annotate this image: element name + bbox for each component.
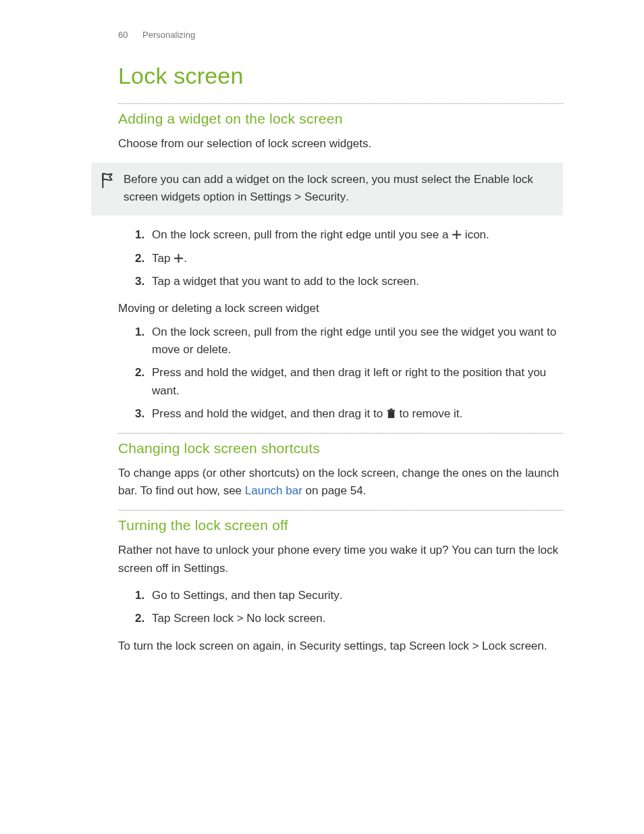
step-item: Tap Screen lock > No lock screen. bbox=[148, 610, 563, 627]
step-item: On the lock screen, pull from the right … bbox=[148, 226, 563, 244]
trash-icon bbox=[386, 409, 396, 419]
section-heading-turning-off: Turning the lock screen off bbox=[118, 515, 563, 537]
section-heading-adding-widget: Adding a widget on the lock screen bbox=[118, 108, 563, 130]
bold-text: Settings bbox=[250, 190, 291, 203]
divider bbox=[118, 103, 563, 104]
step-item: Tap a widget that you want to add to the… bbox=[148, 273, 563, 290]
running-header: 60 Personalizing bbox=[118, 28, 563, 42]
section-heading-changing-shortcuts: Changing lock screen shortcuts bbox=[118, 438, 563, 460]
divider bbox=[118, 510, 563, 511]
chapter-name: Personalizing bbox=[142, 30, 195, 40]
ordered-steps: On the lock screen, pull from the right … bbox=[118, 323, 563, 423]
body-text: To turn the lock screen on again, in Sec… bbox=[118, 637, 563, 655]
body-text: Choose from our selection of lock screen… bbox=[118, 135, 563, 153]
svg-rect-0 bbox=[388, 411, 394, 418]
link-launch-bar[interactable]: Launch bar bbox=[245, 484, 302, 497]
body-text: Rather not have to unlock your phone eve… bbox=[118, 542, 563, 577]
step-item: On the lock screen, pull from the right … bbox=[148, 323, 563, 359]
step-item: Tap . bbox=[148, 250, 563, 267]
subsection-heading: Moving or deleting a lock screen widget bbox=[118, 300, 563, 317]
bold-text: Screen lock bbox=[173, 612, 234, 625]
flag-icon bbox=[101, 171, 124, 194]
step-item: Go to Settings, and then tap Security. bbox=[148, 587, 563, 604]
step-item: Press and hold the widget, and then drag… bbox=[148, 364, 563, 400]
svg-rect-2 bbox=[390, 409, 392, 410]
note-text: Before you can add a widget on the lock … bbox=[124, 171, 549, 207]
ordered-steps: Go to Settings, and then tap Security. T… bbox=[118, 587, 563, 628]
note-callout: Before you can add a widget on the lock … bbox=[91, 163, 563, 216]
bold-text: Security bbox=[304, 190, 346, 203]
bold-text: No lock screen bbox=[246, 612, 322, 625]
page-number: 60 bbox=[118, 30, 128, 40]
document-page: 60 Personalizing Lock screen Adding a wi… bbox=[0, 0, 644, 692]
bold-text: Screen lock bbox=[409, 640, 469, 652]
body-text: To change apps (or other shortcuts) on t… bbox=[118, 465, 563, 500]
bold-text: Lock screen bbox=[482, 640, 544, 652]
plus-icon bbox=[173, 253, 184, 263]
ordered-steps: On the lock screen, pull from the right … bbox=[118, 226, 563, 290]
bold-text: Security bbox=[298, 589, 339, 602]
svg-rect-1 bbox=[387, 410, 395, 411]
plus-icon bbox=[452, 230, 462, 240]
step-item: Press and hold the widget, and then drag… bbox=[148, 405, 563, 423]
divider bbox=[118, 433, 563, 434]
page-title: Lock screen bbox=[118, 58, 563, 94]
